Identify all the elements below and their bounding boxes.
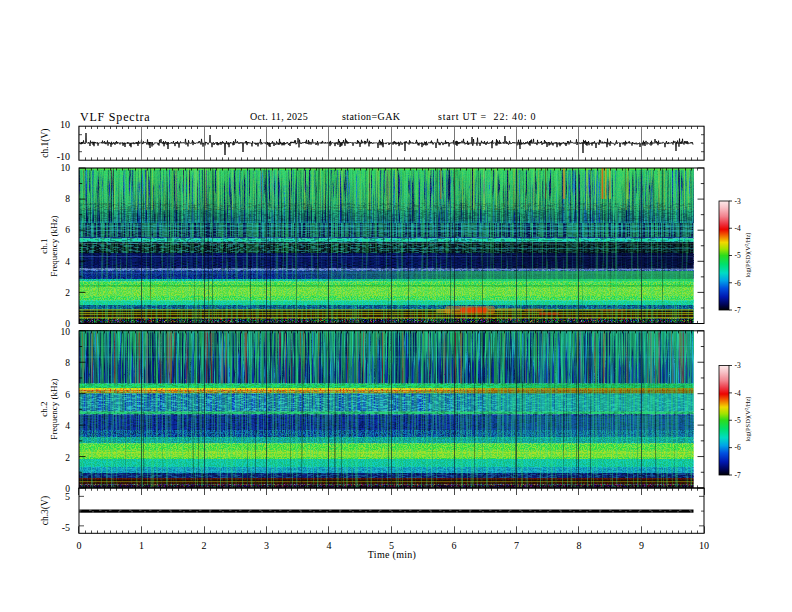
svg-text:Time (min): Time (min) (368, 549, 416, 561)
svg-text:9: 9 (639, 540, 644, 551)
svg-text:-7: -7 (735, 471, 741, 480)
svg-text:Frequency (kHz): Frequency (kHz) (49, 215, 59, 276)
svg-text:6: 6 (452, 540, 457, 551)
svg-text:log(PSD)(V²/Hz): log(PSD)(V²/Hz) (744, 233, 752, 278)
svg-text:5: 5 (65, 491, 70, 502)
svg-text:4: 4 (65, 421, 70, 431)
svg-text:-4: -4 (735, 224, 741, 233)
svg-text:6: 6 (65, 390, 70, 400)
svg-text:8: 8 (65, 194, 70, 204)
svg-text:ch.1(V): ch.1(V) (40, 129, 51, 158)
svg-text:start UT = 22: 40: 0: start UT = 22: 40: 0 (438, 111, 536, 122)
svg-text:7: 7 (514, 540, 519, 551)
svg-text:-6: -6 (735, 443, 741, 452)
svg-text:-5: -5 (62, 522, 70, 533)
svg-text:station=GAK: station=GAK (342, 111, 401, 122)
svg-text:4: 4 (65, 257, 70, 267)
svg-text:6: 6 (65, 225, 70, 235)
svg-text:Frequency (kHz): Frequency (kHz) (49, 378, 59, 439)
svg-text:Oct. 11, 2025: Oct. 11, 2025 (250, 111, 308, 122)
svg-text:10: 10 (699, 540, 709, 551)
svg-text:10: 10 (61, 163, 71, 173)
svg-text:-7: -7 (735, 306, 741, 315)
svg-text:2: 2 (65, 453, 70, 463)
svg-text:0: 0 (77, 540, 82, 551)
svg-text:1: 1 (139, 540, 144, 551)
svg-text:-3: -3 (735, 361, 741, 370)
svg-text:-4: -4 (735, 389, 741, 398)
svg-text:log(PSD)(V²/Hz): log(PSD)(V²/Hz) (744, 397, 752, 442)
svg-text:3: 3 (264, 540, 269, 551)
svg-text:2: 2 (65, 288, 70, 298)
svg-text:-5: -5 (735, 251, 741, 260)
svg-text:ch.3(V): ch.3(V) (40, 496, 51, 525)
svg-text:2: 2 (202, 540, 207, 551)
svg-text:VLF Spectra: VLF Spectra (80, 110, 150, 124)
svg-text:8: 8 (65, 358, 70, 368)
svg-text:-3: -3 (735, 197, 741, 206)
svg-text:ch.2: ch.2 (39, 401, 49, 416)
svg-text:-5: -5 (735, 416, 741, 425)
svg-text:8: 8 (577, 540, 582, 551)
svg-text:10: 10 (60, 119, 70, 130)
svg-text:4: 4 (327, 540, 332, 551)
svg-text:-6: -6 (735, 279, 741, 288)
svg-text:-10: -10 (57, 151, 70, 162)
svg-text:ch.1: ch.1 (39, 238, 49, 253)
svg-text:0: 0 (65, 319, 70, 329)
